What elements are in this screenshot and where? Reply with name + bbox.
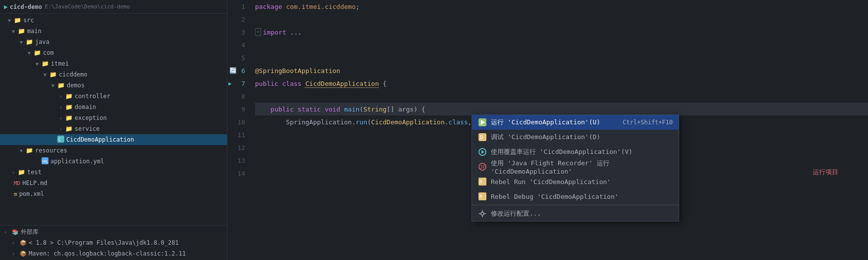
menu-item-config[interactable]: 修改运行配置... [472, 206, 679, 221]
tree-label: resources [35, 147, 67, 154]
coverage-icon [478, 148, 487, 156]
menu-item-rebel-run[interactable]: R Rebel Run 'CicdDemoApplication' [472, 174, 679, 189]
maven-item[interactable]: › 📦 Maven: ch.qos.logback:logback-classi… [0, 248, 227, 259]
xml-file-icon: m [14, 191, 17, 197]
code-editor: 1 2 3 4 5 🔄 6 ▶ 7 8 9 10 11 12 13 14 [227, 0, 868, 260]
line-num-3: 3 [227, 26, 251, 38]
code-line-3: + import ... [255, 26, 868, 38]
context-menu: 运行 'CicdDemoApplication'(U) Ctrl+Shift+F… [472, 114, 679, 222]
folder-icon: 📁 [18, 28, 25, 35]
line-num-6: 🔄 6 [227, 64, 251, 77]
tree-item-CicdDemoApplication[interactable]: C CicdDemoApplication [0, 134, 227, 145]
folder-icon: 📁 [18, 169, 25, 176]
tree-label: CicdDemoApplication [66, 136, 134, 143]
tree-item-com[interactable]: ▼ 📁 com [0, 47, 227, 58]
folder-icon: 📁 [65, 125, 73, 132]
folder-icon: 📁 [42, 60, 49, 67]
line-num-9: 9 [227, 103, 251, 115]
line-numbers: 1 2 3 4 5 🔄 6 ▶ 7 8 9 10 11 12 13 14 [227, 0, 251, 260]
run-icon [478, 118, 487, 127]
tree-label: HELP.md [22, 180, 47, 186]
external-libs-item[interactable]: › 📚 外部库 [0, 226, 227, 237]
folder-icon: 📁 [65, 114, 73, 121]
line-num-12: 12 [227, 141, 251, 154]
yaml-file-icon: YML [42, 157, 48, 166]
code-line-2 [255, 13, 868, 26]
java-file-icon: C [57, 136, 64, 144]
project-path: E:\JavaCode\Demo\cicd-demo [45, 3, 130, 10]
code-line-7: public class CicdDemoApplication { [255, 77, 868, 90]
debug-icon: D [478, 133, 487, 142]
project-icon: ▶ [4, 3, 8, 10]
menu-item-debug[interactable]: D 调试 'CicdDemoApplication'(D) [472, 130, 679, 145]
run-play-icon[interactable]: ▶ [228, 80, 232, 87]
line-num-14: 14 [227, 167, 251, 180]
tree-label: java [35, 38, 49, 45]
tree-label: demos [67, 82, 85, 89]
jdk-item[interactable]: › 📦 < 1.8 > C:\Program Files\Java\jdk1.8… [0, 237, 227, 248]
tree-item-demos[interactable]: ▼ 📁 demos [0, 80, 227, 91]
tree-item-cicddemo[interactable]: ▼ 📁 cicddemo [0, 69, 227, 80]
fold-icon[interactable]: + [255, 28, 261, 36]
external-libs-label: 外部库 [21, 228, 39, 236]
line-num-1: 1 [227, 0, 251, 13]
svg-marker-9 [481, 150, 484, 154]
project-sidebar: ▶ cicd-demo E:\JavaCode\Demo\cicd-demo ▼… [0, 0, 227, 260]
menu-item-run[interactable]: 运行 'CicdDemoApplication'(U) Ctrl+Shift+F… [472, 115, 679, 130]
md-file-icon: MD [14, 180, 20, 186]
tree-label: controller [75, 93, 110, 100]
menu-item-rebel-debug[interactable]: R Rebel Debug 'CicdDemoApplication' [472, 189, 679, 204]
tree-item-exception[interactable]: › 📁 exception [0, 112, 227, 123]
svg-text:D: D [480, 135, 483, 140]
tree-item-itmei[interactable]: ▼ 📁 itmei [0, 58, 227, 69]
code-line-4 [255, 38, 868, 51]
menu-coverage-label: 使用覆盖率运行 'CicdDemoApplication'(V) [491, 148, 673, 156]
tree-item-help-md[interactable]: MD HELP.md [0, 178, 227, 188]
folder-icon: 📁 [65, 104, 73, 111]
run-gutter-icon[interactable]: 🔄 [229, 67, 237, 74]
tree-item-java[interactable]: ▼ 📁 java [0, 37, 227, 47]
run-annotation: 运行项目 [813, 168, 838, 177]
jdk-label: < 1.8 > C:\Program Files\Java\jdk1.8.0_2… [29, 239, 178, 246]
code-line-1: package com.itmei.cicddemo; [255, 0, 868, 13]
tree-item-controller[interactable]: › 📁 controller [0, 91, 227, 102]
menu-rebel-debug-label: Rebel Debug 'CicdDemoApplication' [491, 193, 673, 200]
tree-item-service[interactable]: › 📁 service [0, 123, 227, 134]
code-line-8 [255, 90, 868, 103]
svg-text:R: R [479, 194, 482, 199]
line-num-2: 2 [227, 13, 251, 26]
menu-separator [472, 205, 679, 205]
tree-label: service [75, 125, 100, 132]
folder-icon: 📁 [49, 71, 57, 78]
sidebar-bottom: › 📚 外部库 › 📦 < 1.8 > C:\Program Files\Jav… [0, 225, 227, 260]
config-icon [478, 209, 487, 218]
menu-debug-label: 调试 'CicdDemoApplication'(D) [491, 133, 673, 142]
line-num-10: 10 [227, 115, 251, 128]
tree-item-resources[interactable]: ▼ 📁 resources [0, 145, 227, 156]
tree-label: main [27, 28, 42, 35]
tree-label: domain [75, 104, 96, 111]
menu-rebel-run-label: Rebel Run 'CicdDemoApplication' [491, 178, 673, 186]
folder-icon: 📁 [26, 147, 33, 154]
file-tree: ▼ 📁 src ▼ 📁 main ▼ 📁 java ▼ 📁 com ▼ [0, 14, 227, 225]
tree-label: cicddemo [59, 71, 87, 78]
menu-item-coverage[interactable]: 使用覆盖率运行 'CicdDemoApplication'(V) [472, 145, 679, 159]
folder-icon: 📁 [14, 17, 21, 24]
maven-icon: 📦 [20, 251, 27, 257]
tree-label: itmei [51, 60, 69, 67]
menu-run-label: 运行 'CicdDemoApplication'(U) [491, 118, 619, 127]
svg-text:JF: JF [480, 165, 485, 170]
line-num-11: 11 [227, 128, 251, 141]
tree-label: src [23, 17, 34, 24]
menu-item-profiler[interactable]: JF 使用 'Java Flight Recorder' 运行 'CicdDem… [472, 159, 679, 174]
tree-item-test[interactable]: › 📁 test [0, 167, 227, 178]
line-num-13: 13 [227, 154, 251, 167]
tree-item-main[interactable]: ▼ 📁 main [0, 26, 227, 37]
tree-item-pom-xml[interactable]: m pom.xml [0, 188, 227, 199]
tree-item-application-yml[interactable]: YML application.yml [0, 156, 227, 167]
tree-label: application.yml [50, 158, 104, 165]
tree-label: pom.xml [19, 190, 44, 197]
profiler-icon: JF [478, 162, 487, 171]
tree-item-src[interactable]: ▼ 📁 src [0, 15, 227, 26]
tree-item-domain[interactable]: › 📁 domain [0, 102, 227, 112]
